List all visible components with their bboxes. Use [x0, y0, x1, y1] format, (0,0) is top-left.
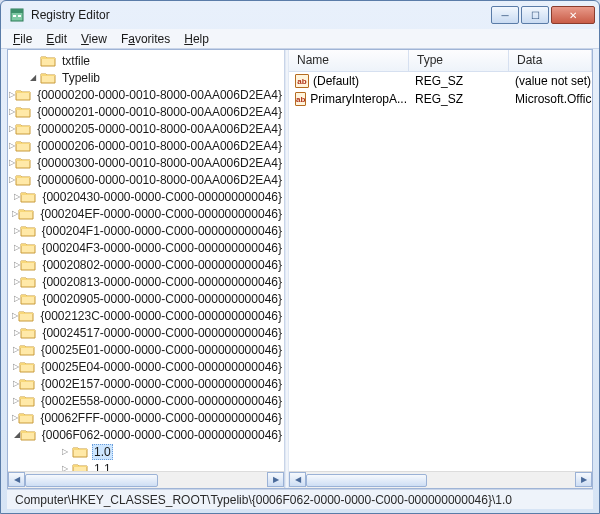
- tree-item[interactable]: {00000206-0000-0010-8000-00AA006D2EA4}: [8, 137, 284, 154]
- values-list[interactable]: ab(Default)REG_SZ(value not set)abPrimar…: [289, 72, 592, 471]
- value-data: (value not set): [509, 74, 592, 88]
- tree-item[interactable]: txtfile: [8, 52, 284, 69]
- tree-item-label: {00000206-0000-0010-8000-00AA006D2EA4}: [35, 139, 284, 153]
- tree-item-label: Typelib: [60, 71, 102, 85]
- tree-item-label: {00025E04-0000-0000-C000-000000000046}: [39, 360, 284, 374]
- string-value-icon: ab: [295, 92, 306, 106]
- values-hscrollbar[interactable]: ◀ ▶: [289, 471, 592, 488]
- tree-item[interactable]: {00020905-0000-0000-C000-000000000046}: [8, 290, 284, 307]
- expand-toggle-icon[interactable]: [26, 73, 40, 82]
- tree-item-label: {0002123C-0000-0000-C000-000000000046}: [38, 309, 284, 323]
- tree-item[interactable]: {000204EF-0000-0000-C000-000000000046}: [8, 205, 284, 222]
- tree-item[interactable]: {00062FFF-0000-0000-C000-000000000046}: [8, 409, 284, 426]
- folder-icon: [15, 173, 31, 187]
- menu-file[interactable]: File: [7, 31, 38, 47]
- menu-view[interactable]: View: [75, 31, 113, 47]
- folder-icon: [20, 224, 36, 238]
- scroll-right-button[interactable]: ▶: [267, 472, 284, 487]
- scroll-left-button[interactable]: ◀: [8, 472, 25, 487]
- tree-item[interactable]: {00020430-0000-0000-C000-000000000046}: [8, 188, 284, 205]
- tree-item[interactable]: {00000205-0000-0010-8000-00AA006D2EA4}: [8, 120, 284, 137]
- folder-icon: [72, 445, 88, 459]
- svg-rect-3: [18, 15, 21, 17]
- tree-item[interactable]: 1.1: [8, 460, 284, 471]
- scroll-left-button[interactable]: ◀: [289, 472, 306, 487]
- tree-item-label: {00020813-0000-0000-C000-000000000046}: [40, 275, 284, 289]
- value-row[interactable]: abPrimaryInteropA...REG_SZMicrosoft.Offi…: [289, 90, 592, 108]
- folder-icon: [20, 292, 36, 306]
- folder-icon: [20, 275, 36, 289]
- tree-item[interactable]: {00020813-0000-0000-C000-000000000046}: [8, 273, 284, 290]
- value-name: PrimaryInteropA...: [310, 92, 407, 106]
- values-scroll-thumb[interactable]: [306, 474, 427, 487]
- tree-item-label: {00020905-0000-0000-C000-000000000046}: [40, 292, 284, 306]
- tree-item[interactable]: {00000200-0000-0010-8000-00AA006D2EA4}: [8, 86, 284, 103]
- folder-icon: [72, 462, 88, 472]
- folder-icon: [19, 377, 35, 391]
- values-header: Name Type Data: [289, 50, 592, 72]
- tree-item[interactable]: {0002123C-0000-0000-C000-000000000046}: [8, 307, 284, 324]
- menubar: File Edit View Favorites Help: [1, 29, 599, 49]
- tree-item[interactable]: {00000600-0000-0010-8000-00AA006D2EA4}: [8, 171, 284, 188]
- tree-item-label: {00024517-0000-0000-C000-000000000046}: [40, 326, 284, 340]
- tree-item[interactable]: {00000300-0000-0010-8000-00AA006D2EA4}: [8, 154, 284, 171]
- svg-rect-2: [13, 15, 16, 17]
- minimize-button[interactable]: ─: [491, 6, 519, 24]
- folder-icon: [15, 122, 31, 136]
- tree-item[interactable]: {0002E558-0000-0000-C000-000000000046}: [8, 392, 284, 409]
- tree-item-label: {000204F1-0000-0000-C000-000000000046}: [40, 224, 284, 238]
- tree-item-label: {00000201-0000-0010-8000-00AA006D2EA4}: [35, 105, 284, 119]
- tree-item[interactable]: {000204F3-0000-0000-C000-000000000046}: [8, 239, 284, 256]
- statusbar: Computer\HKEY_CLASSES_ROOT\Typelib\{0006…: [7, 489, 593, 509]
- content-area: txtfileTypelib{00000200-0000-0010-8000-0…: [7, 49, 593, 489]
- tree-item[interactable]: {00025E01-0000-0000-C000-000000000046}: [8, 341, 284, 358]
- tree-item-label: {00000300-0000-0010-8000-00AA006D2EA4}: [35, 156, 284, 170]
- tree-item-label: {0002E157-0000-0000-C000-000000000046}: [39, 377, 284, 391]
- scroll-right-button[interactable]: ▶: [575, 472, 592, 487]
- folder-icon: [18, 309, 34, 323]
- tree-item-label: {000204F3-0000-0000-C000-000000000046}: [40, 241, 284, 255]
- folder-icon: [20, 241, 36, 255]
- tree-item[interactable]: 1.0: [8, 443, 284, 460]
- menu-favorites[interactable]: Favorites: [115, 31, 176, 47]
- values-pane: Name Type Data ab(Default)REG_SZ(value n…: [289, 50, 592, 488]
- tree-item-label: 1.1: [92, 462, 113, 472]
- tree-item[interactable]: {00000201-0000-0010-8000-00AA006D2EA4}: [8, 103, 284, 120]
- menu-edit[interactable]: Edit: [40, 31, 73, 47]
- folder-icon: [40, 71, 56, 85]
- tree-pane: txtfileTypelib{00000200-0000-0010-8000-0…: [8, 50, 285, 488]
- folder-icon: [19, 343, 35, 357]
- folder-icon: [15, 139, 31, 153]
- tree-item[interactable]: {0006F062-0000-0000-C000-000000000046}: [8, 426, 284, 443]
- tree-item-label: {00025E01-0000-0000-C000-000000000046}: [39, 343, 284, 357]
- col-header-name[interactable]: Name: [289, 50, 409, 71]
- maximize-button[interactable]: ☐: [521, 6, 549, 24]
- titlebar[interactable]: Registry Editor ─ ☐ ✕: [1, 1, 599, 29]
- value-row[interactable]: ab(Default)REG_SZ(value not set): [289, 72, 592, 90]
- col-header-data[interactable]: Data: [509, 50, 592, 71]
- close-button[interactable]: ✕: [551, 6, 595, 24]
- registry-tree[interactable]: txtfileTypelib{00000200-0000-0010-8000-0…: [8, 50, 284, 471]
- tree-item[interactable]: {00020802-0000-0000-C000-000000000046}: [8, 256, 284, 273]
- value-type: REG_SZ: [409, 74, 509, 88]
- folder-icon: [18, 411, 34, 425]
- tree-item-label: {00020430-0000-0000-C000-000000000046}: [40, 190, 284, 204]
- expand-toggle-icon[interactable]: [58, 447, 72, 456]
- value-name: (Default): [313, 74, 359, 88]
- folder-icon: [18, 207, 34, 221]
- col-header-type[interactable]: Type: [409, 50, 509, 71]
- folder-icon: [20, 190, 36, 204]
- tree-item-label: {000204EF-0000-0000-C000-000000000046}: [38, 207, 284, 221]
- tree-item[interactable]: Typelib: [8, 69, 284, 86]
- tree-item[interactable]: {0002E157-0000-0000-C000-000000000046}: [8, 375, 284, 392]
- tree-item[interactable]: {00024517-0000-0000-C000-000000000046}: [8, 324, 284, 341]
- tree-hscrollbar[interactable]: ◀ ▶: [8, 471, 284, 488]
- menu-help[interactable]: Help: [178, 31, 215, 47]
- folder-icon: [15, 88, 31, 102]
- tree-item-label: {0006F062-0000-0000-C000-000000000046}: [40, 428, 284, 442]
- expand-toggle-icon[interactable]: [58, 464, 72, 471]
- tree-item[interactable]: {000204F1-0000-0000-C000-000000000046}: [8, 222, 284, 239]
- tree-scroll-thumb[interactable]: [25, 474, 158, 487]
- tree-item[interactable]: {00025E04-0000-0000-C000-000000000046}: [8, 358, 284, 375]
- folder-icon: [40, 54, 56, 68]
